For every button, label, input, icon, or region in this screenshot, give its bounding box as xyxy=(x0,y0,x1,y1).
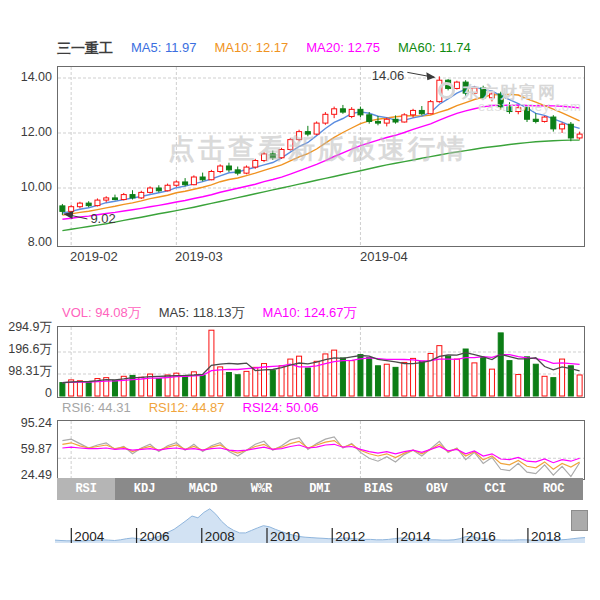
legend-rsi24: RSI24: 50.06 xyxy=(243,400,319,415)
volume-chart xyxy=(58,327,584,397)
legend-ma5: MA5: 11.97 xyxy=(131,40,197,58)
timeline-chart: 20042006200820102012201420162018 xyxy=(55,503,585,545)
svg-text:2010: 2010 xyxy=(270,529,300,544)
tab-macd[interactable]: MACD xyxy=(174,478,232,500)
legend-vol-ma10: MA10: 124.67万 xyxy=(263,304,357,322)
rsi-panel xyxy=(57,420,585,480)
tab-cci[interactable]: CCI xyxy=(466,478,524,500)
date-tick-feb: 2019-02 xyxy=(70,249,118,264)
indicator-tabbar: RSIKDJMACDW%RDMIBIASOBVCCIROC xyxy=(57,478,583,500)
legend-vol: VOL: 94.08万 xyxy=(62,304,141,322)
main-legend: 三一重工 MA5: 11.97 MA10: 12.17 MA20: 12.75 … xyxy=(57,40,471,58)
rsi-legend: RSI6: 44.31 RSI12: 44.87 RSI24: 50.06 xyxy=(62,400,318,415)
price-tick-12: 12.00 xyxy=(0,125,52,140)
svg-text:2018: 2018 xyxy=(531,529,561,544)
svg-text:2014: 2014 xyxy=(400,529,431,544)
rsi-tick-95: 95.24 xyxy=(0,416,52,431)
svg-text:2012: 2012 xyxy=(335,529,365,544)
candlestick-chart: 14.069.02 xyxy=(58,67,584,246)
svg-text:9.02: 9.02 xyxy=(90,211,115,226)
tab-rsi[interactable]: RSI xyxy=(57,478,115,500)
volume-legend: VOL: 94.08万 MA5: 118.13万 MA10: 124.67万 xyxy=(62,304,357,322)
legend-vol-ma5: MA5: 118.13万 xyxy=(159,304,245,322)
legend-ma10: MA10: 12.17 xyxy=(215,40,289,58)
price-tick-14: 14.00 xyxy=(0,70,52,85)
price-tick-8: 8.00 xyxy=(0,235,52,250)
legend-ma20: MA20: 12.75 xyxy=(306,40,380,58)
legend-ma60: MA60: 11.74 xyxy=(398,40,471,58)
rsi-tick-59: 59.87 xyxy=(0,442,52,457)
vol-tick-294: 294.9万 xyxy=(0,320,52,335)
tab-roc[interactable]: ROC xyxy=(525,478,583,500)
svg-text:14.06: 14.06 xyxy=(372,68,405,83)
vol-tick-196: 196.6万 xyxy=(0,342,52,357)
svg-text:2008: 2008 xyxy=(205,529,235,544)
tab-kdj[interactable]: KDJ xyxy=(115,478,173,500)
legend-rsi6: RSI6: 44.31 xyxy=(62,400,131,415)
stock-chart-app: 三一重工 MA5: 11.97 MA10: 12.17 MA20: 12.75 … xyxy=(0,0,600,600)
tab-obv[interactable]: OBV xyxy=(408,478,466,500)
vol-tick-0: 0 xyxy=(0,386,52,401)
svg-text:2006: 2006 xyxy=(140,529,170,544)
svg-text:2004: 2004 xyxy=(74,529,105,544)
main-chart-panel: 14.069.02 xyxy=(57,66,585,247)
date-tick-mar: 2019-03 xyxy=(175,249,223,264)
history-timeline[interactable]: 20042006200820102012201420162018 xyxy=(55,503,585,545)
svg-text:2016: 2016 xyxy=(466,529,496,544)
legend-rsi12: RSI12: 44.87 xyxy=(149,400,225,415)
volume-panel xyxy=(57,326,585,398)
tab-bias[interactable]: BIAS xyxy=(349,478,407,500)
timeline-scroll-handle[interactable] xyxy=(571,510,588,531)
vol-tick-98: 98.31万 xyxy=(0,364,52,379)
tab-dmi[interactable]: DMI xyxy=(291,478,349,500)
price-tick-10: 10.00 xyxy=(0,180,52,195)
date-tick-apr: 2019-04 xyxy=(360,249,408,264)
rsi-chart xyxy=(58,421,584,479)
tab-wpctr[interactable]: W%R xyxy=(232,478,290,500)
stock-name: 三一重工 xyxy=(57,40,113,58)
rsi-tick-24: 24.49 xyxy=(0,468,52,483)
